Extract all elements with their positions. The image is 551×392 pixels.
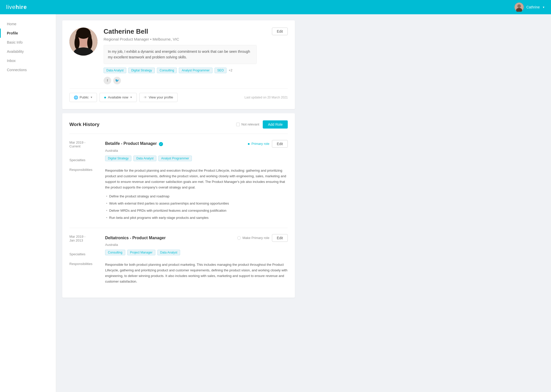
profile-title-location: Regional Product Manager • Melbourne, VI… (104, 37, 272, 41)
profile-name: Catherine Bell (104, 28, 272, 35)
work-entry-1-edit-button[interactable]: Edit (272, 140, 288, 148)
eye-icon: 👁 (144, 95, 147, 99)
work-history-card: Work History Not relevant Add Role Mar 2… (62, 113, 295, 298)
profile-card: Catherine Bell Regional Product Manager … (62, 20, 295, 109)
facebook-icon[interactable]: f (104, 77, 111, 84)
resp-list-item-1-2: Deliver MRDs and PRDs with prioritized f… (105, 207, 288, 214)
work-company-2: Deltatronics - Product Manager (105, 236, 166, 240)
tag-seo: SEO (215, 68, 227, 73)
svg-point-8 (87, 36, 92, 49)
svg-point-1 (517, 4, 521, 8)
profile-action-bar: 🌐 Public ▼ ● Available now ▼ 👁 View your… (69, 88, 288, 102)
view-profile-label: View your profile (149, 95, 173, 99)
work-actions-2: Make Primary role Edit (237, 234, 288, 242)
work-history-actions: Not relevant Add Role (236, 120, 288, 129)
spec-tag-2-1: Project Manager (127, 250, 155, 255)
available-dot-icon: ● (104, 95, 106, 100)
chevron-down-icon: ▼ (542, 6, 545, 9)
spec-tag-2-0: Consulting (105, 250, 125, 255)
responsibilities-label-1: Responsibilities (69, 168, 100, 222)
work-history-title: Work History (69, 122, 99, 127)
tag-data-analyst: Data Analyst (104, 68, 126, 73)
profile-tags: Data Analyst Digital Strategy Consulting… (104, 68, 272, 73)
user-menu[interactable]: Cathrine ▼ (515, 3, 545, 12)
spec-tag-2-2: Data Analyst (157, 250, 180, 255)
responsibilities-text-2: Responsible for both product planning an… (105, 262, 288, 284)
top-navigation: livehire Cathrine ▼ (0, 0, 551, 14)
visibility-dropdown[interactable]: 🌐 Public ▼ (69, 93, 97, 102)
availability-dropdown[interactable]: ● Available now ▼ (99, 93, 137, 102)
not-relevant-label[interactable]: Not relevant (236, 122, 259, 126)
specialties-label-1: Specialties (69, 158, 100, 162)
sidebar-item-inbox[interactable]: Inbox (0, 56, 56, 65)
svg-point-7 (74, 36, 80, 49)
visibility-chevron-icon: ▼ (90, 96, 93, 99)
not-relevant-checkbox[interactable] (236, 123, 240, 126)
work-entry-betalife: Mar 2019 - Current Betalife - Product Ma… (69, 134, 288, 228)
view-profile-button[interactable]: 👁 View your profile (139, 93, 178, 102)
twitter-icon[interactable]: 🐦 (113, 77, 121, 84)
responsibilities-text-1: Responsible for the product planning and… (105, 168, 288, 222)
specialties-label-2: Specialties (69, 252, 100, 256)
avatar (515, 3, 524, 12)
tags-more: +2 (229, 68, 232, 72)
make-primary-label: Make Primary role (237, 236, 269, 240)
work-date-1: Mar 2019 - Current (69, 140, 100, 156)
profile-avatar (69, 28, 97, 56)
add-role-button[interactable]: Add Role (263, 120, 288, 129)
specialties-row-2: Specialties Consulting Project Manager D… (69, 250, 288, 259)
resp-list-item-1-0: Define the product strategy and roadmap (105, 193, 288, 200)
tag-consulting: Consulting (157, 68, 177, 73)
profile-bio: In my job, I exhibit a dynamic and energ… (104, 45, 257, 64)
spec-tag-1-0: Digital Strategy (105, 156, 131, 161)
work-actions-1: ● Primary role Edit (247, 140, 288, 148)
globe-icon: 🌐 (74, 95, 78, 99)
sidebar-item-profile[interactable]: Profile (0, 29, 56, 38)
resp-list-item-1-3: Run beta and pilot programs with early-s… (105, 214, 288, 221)
work-history-header: Work History Not relevant Add Role (69, 120, 288, 129)
sidebar-item-connections[interactable]: Connections (0, 65, 56, 74)
availability-label: Available now (108, 95, 128, 99)
profile-edit-button[interactable]: Edit (272, 28, 288, 35)
responsibilities-row-2: Responsibilities Responsible for both pr… (69, 262, 288, 284)
work-entry-deltatronics: Mar 2019 - Jan 2013 Deltatronics - Produ… (69, 228, 288, 290)
primary-role-dot-icon: ● (247, 142, 250, 146)
make-primary-radio[interactable] (237, 236, 241, 240)
profile-info: Catherine Bell Regional Product Manager … (104, 28, 272, 84)
sidebar: Home Profile Basic Info Availability Inb… (0, 14, 56, 392)
work-company-1: Betalife - Product Manager ✓ (105, 141, 163, 146)
specialties-row-1: Specialties Digital Strategy Data Analys… (69, 156, 288, 165)
primary-role-badge: ● Primary role (247, 142, 269, 146)
social-icons: f 🐦 (104, 77, 272, 84)
spec-tag-1-1: Data Analyst (133, 156, 156, 161)
sidebar-item-basic-info[interactable]: Basic Info (0, 38, 56, 47)
visibility-label: Public (80, 95, 89, 99)
work-location-1: Australia (105, 149, 288, 153)
tag-digital-strategy: Digital Strategy (128, 68, 155, 73)
spec-tag-1-2: Analyst Programmer (158, 156, 192, 161)
main-content: Catherine Bell Regional Product Manager … (56, 14, 301, 392)
sidebar-item-home[interactable]: Home (0, 19, 56, 29)
sidebar-item-availability[interactable]: Availability (0, 47, 56, 56)
specialties-tags-2: Consulting Project Manager Data Analyst (105, 250, 288, 255)
responsibilities-label-2: Responsibilities (69, 262, 100, 284)
user-name: Cathrine (526, 5, 540, 9)
responsibilities-list-1: Define the product strategy and roadmap … (105, 193, 288, 221)
work-entry-2-edit-button[interactable]: Edit (272, 234, 288, 242)
tag-analyst-programmer: Analyst Programmer (179, 68, 212, 73)
last-updated-text: Last updated on 20 March 2021 (245, 96, 288, 99)
svg-point-6 (76, 28, 91, 39)
availability-chevron-icon: ▼ (130, 96, 132, 99)
responsibilities-row-1: Responsibilities Responsible for the pro… (69, 168, 288, 222)
work-date-2: Mar 2019 - Jan 2013 (69, 234, 100, 250)
specialties-tags-1: Digital Strategy Data Analyst Analyst Pr… (105, 156, 288, 161)
resp-list-item-1-1: Work with external third parties to asse… (105, 200, 288, 207)
brand-logo[interactable]: livehire (6, 4, 27, 10)
work-location-2: Australia (105, 243, 288, 247)
